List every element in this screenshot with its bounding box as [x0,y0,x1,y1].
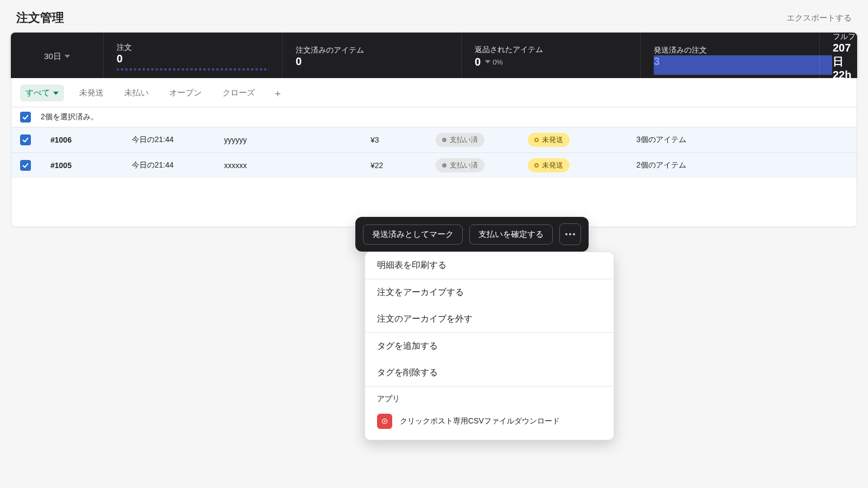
menu-add-tags[interactable]: タグを追加する [365,333,614,359]
badge-label: 未発送 [542,160,563,170]
status-ring-icon [534,138,539,142]
stat-fulfilled-orders[interactable]: 発送済みの注文 3 [640,33,819,78]
checkmark-icon [22,113,29,121]
stat-ordered-items[interactable]: 注文済みのアイテム 0 [282,33,461,78]
chevron-down-icon [53,92,59,95]
stat-value: 207日 22h [833,42,844,79]
selection-count-text: 2個を選択済み。 [41,112,98,122]
stat-label: 返品されたアイテム [475,45,627,55]
tab-label: すべて [25,88,50,98]
page-title: 注文管理 [16,10,64,26]
sparkline [117,68,269,70]
status-dot-icon [442,163,446,168]
order-amount: ¥22 [371,161,436,170]
tab-open[interactable]: オープン [164,85,207,101]
stat-pct: 0% [493,58,503,66]
plus-icon: ＋ [273,87,283,100]
badge-label: 支払い済 [450,135,478,145]
stat-label: 発送済みの注文 [654,46,806,55]
bulk-action-bar: 発送済みとしてマーク 支払いを確定する [355,217,589,252]
orders-card: すべて 未発送 未払い オープン クローズ ＋ 2個を選択済み。 #1006 今… [11,78,857,227]
tab-all[interactable]: すべて [20,85,64,101]
tab-unpaid[interactable]: 未払い [119,85,154,101]
tabs-row: すべて 未発送 未払い オープン クローズ ＋ [11,78,857,107]
stat-label: 注文 [117,43,269,53]
tab-unfulfilled[interactable]: 未発送 [74,85,109,101]
order-amount: ¥3 [371,136,436,144]
order-id: #1005 [50,161,132,170]
dots-icon [565,233,567,235]
table-row[interactable]: #1005 今日の21:44 xxxxxx ¥22 支払い済 未発送 2個のアイ… [11,152,857,178]
stat-label: フルフィルメント [833,33,844,42]
export-button[interactable]: エクスポートする [787,13,852,23]
menu-remove-tags[interactable]: タグを削除する [365,359,614,386]
badge-label: 未発送 [542,135,563,145]
capture-payment-button[interactable]: 支払いを確定する [469,224,553,245]
fulfillment-status-badge: 未発送 [528,158,570,172]
chevron-down-icon [65,55,70,58]
stat-value: 0 [475,56,481,68]
more-actions-menu: 明細表を印刷する 注文をアーカイブする 注文のアーカイブを外す タグを追加する … [365,252,614,440]
menu-archive-orders[interactable]: 注文をアーカイブする [365,279,614,306]
stat-orders[interactable]: 注文 0 [103,33,282,78]
status-ring-icon [534,163,539,168]
stat-value: 0 [117,53,269,65]
period-label: 30日 [44,52,61,62]
menu-app-label: クリックポスト専用CSVファイルダウンロード [400,416,560,426]
fulfillment-status-badge: 未発送 [528,133,570,147]
stats-bar: 30日 注文 0 注文済みのアイテム 0 返品されたアイテム 0 0% 発送済み… [11,33,857,78]
sparkline-bars [654,55,832,75]
add-view-button[interactable]: ＋ [270,86,285,101]
svg-point-1 [384,421,386,422]
stat-label: 注文済みのアイテム [296,46,448,55]
order-id: #1006 [50,136,132,144]
stat-returned-items[interactable]: 返品されたアイテム 0 0% [461,33,640,78]
order-time: 今日の21:44 [132,135,224,145]
status-dot-icon [442,138,446,142]
table-row[interactable]: #1006 今日の21:44 yyyyyy ¥3 支払い済 未発送 3個のアイテ… [11,127,857,152]
order-items: 2個のアイテム [636,160,848,170]
payment-status-badge: 支払い済 [436,133,484,147]
payment-status-badge: 支払い済 [436,158,484,172]
clickpost-icon [381,418,388,425]
dots-icon [573,233,575,235]
mark-fulfilled-button[interactable]: 発送済みとしてマーク [363,224,463,245]
select-all-checkbox[interactable] [20,112,31,123]
stat-fulfillment-time[interactable]: フルフィルメント 207日 22h [819,33,857,78]
checkmark-icon [22,136,29,144]
menu-app-clickpost[interactable]: クリックポスト専用CSVファイルダウンロード [365,407,614,440]
order-customer: yyyyyy [224,136,371,144]
badge-label: 支払い済 [450,160,478,170]
chevron-down-icon [485,60,490,63]
stat-value: 0 [296,55,448,68]
period-selector[interactable]: 30日 [11,33,103,78]
order-customer: xxxxxx [224,161,371,170]
checkmark-icon [22,162,29,169]
dots-icon [569,233,571,235]
app-icon [377,414,392,429]
page-header: 注文管理 エクスポートする [0,0,868,33]
selection-summary-row: 2個を選択済み。 [11,107,857,127]
menu-print-slips[interactable]: 明細表を印刷する [365,252,614,279]
row-checkbox[interactable] [20,160,31,171]
row-checkbox[interactable] [20,134,31,145]
menu-unarchive-orders[interactable]: 注文のアーカイブを外す [365,306,614,332]
more-actions-button[interactable] [559,223,581,245]
order-time: 今日の21:44 [132,160,224,170]
order-items: 3個のアイテム [636,135,848,145]
menu-apps-header: アプリ [365,387,614,407]
tab-closed[interactable]: クローズ [217,85,260,101]
